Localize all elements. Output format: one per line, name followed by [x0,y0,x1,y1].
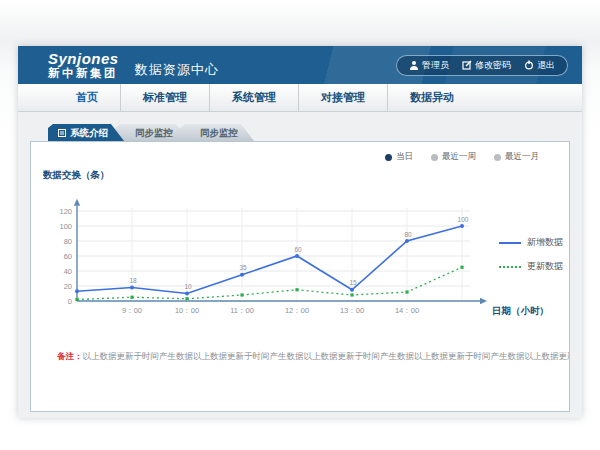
svg-text:18: 18 [129,277,137,284]
user-menu: 管理员 修改密码 退出 [396,55,568,76]
radio-dot-icon [494,154,501,161]
nav-item-interface-mgmt[interactable]: 对接管理 [298,84,387,111]
nav-item-system-mgmt[interactable]: 系统管理 [209,84,298,111]
filter-label: 当日 [396,151,413,163]
svg-text:9：00: 9：00 [122,306,142,315]
svg-text:35: 35 [239,264,247,271]
legend-label: 新增数据 [527,236,563,249]
legend-label: 更新数据 [527,260,563,273]
tab-sync-monitor-2[interactable]: 同步监控 [180,124,254,141]
radio-dot-icon [385,154,392,161]
legend-item-new-data[interactable]: 新增数据 [499,236,563,249]
chart-panel: 当日 最近一周 最近一月 0204060801001209：0010：0011：… [30,141,570,412]
power-icon [524,60,534,70]
svg-text:20: 20 [64,282,72,291]
svg-text:120: 120 [59,207,72,216]
nav-item-standard-mgmt[interactable]: 标准管理 [120,84,209,111]
filter-today[interactable]: 当日 [385,151,413,163]
exchange-line-chart: 0204060801001209：0010：0011：0012：0013：001… [39,165,559,337]
svg-text:60: 60 [294,246,302,253]
filter-last-month[interactable]: 最近一月 [494,151,539,163]
svg-text:11：00: 11：00 [230,306,254,315]
svg-text:日期（小时）: 日期（小时） [492,305,549,317]
nav-item-data-change[interactable]: 数据异动 [387,84,476,111]
document-icon [58,129,66,137]
svg-text:13：00: 13：00 [340,306,364,315]
change-password-label: 修改密码 [475,59,511,72]
svg-text:14：00: 14：00 [395,306,419,315]
svg-text:40: 40 [64,267,72,276]
dotted-line-swatch-icon [499,266,521,268]
logo-text-en: Synjones [48,51,119,66]
chart-area: 0204060801001209：0010：0011：0012：0013：001… [31,165,569,341]
change-password-button[interactable]: 修改密码 [462,59,511,72]
tab-bar: 系统介绍 同步监控 同步监控 [48,124,570,141]
svg-text:60: 60 [64,252,72,261]
svg-text:数据交换（条）: 数据交换（条） [42,169,110,181]
svg-text:80: 80 [404,231,412,238]
page-title: 数据资源中心 [135,61,219,79]
current-user-button[interactable]: 管理员 [409,59,449,72]
tab-label: 系统介绍 [70,127,108,138]
chart-legend: 新增数据 更新数据 [499,236,563,273]
filter-label: 最近一周 [442,151,476,163]
main-nav: 首页 标准管理 系统管理 对接管理 数据异动 [18,84,582,112]
time-range-filters: 当日 最近一周 最近一月 [31,142,569,163]
content-area: 系统介绍 同步监控 同步监控 当日 最近一周 [18,112,582,418]
logo-text-cn: 新中新集团 [48,68,119,80]
company-logo: Synjones 新中新集团 [48,51,119,80]
filter-last-week[interactable]: 最近一周 [431,151,476,163]
app-header: Synjones 新中新集团 数据资源中心 管理员 修改密码 退出 [18,46,582,84]
footnote-text: 以上数据更新于时间产生数据以上数据更新于时间产生数据以上数据更新于时间产生数据以… [83,351,570,361]
tab-sync-monitor-1[interactable]: 同步监控 [115,124,189,141]
tab-system-intro[interactable]: 系统介绍 [48,124,124,141]
footnote: 备注：以上数据更新于时间产生数据以上数据更新于时间产生数据以上数据更新于时间产生… [31,351,569,363]
current-user-label: 管理员 [422,59,449,72]
tab-label: 同步监控 [135,127,173,138]
tab-label: 同步监控 [200,127,238,138]
svg-text:80: 80 [64,237,72,246]
svg-text:100: 100 [59,222,72,231]
app-window: Synjones 新中新集团 数据资源中心 管理员 修改密码 退出 [18,46,582,418]
logout-label: 退出 [537,59,555,72]
legend-item-update-data[interactable]: 更新数据 [499,260,563,273]
edit-icon [462,60,472,70]
svg-text:12：00: 12：00 [285,306,309,315]
logout-button[interactable]: 退出 [524,59,555,72]
svg-text:10：00: 10：00 [175,306,199,315]
filter-label: 最近一月 [505,151,539,163]
nav-item-home[interactable]: 首页 [54,84,120,111]
footnote-label: 备注： [57,351,83,361]
svg-text:10: 10 [184,283,192,290]
svg-text:100: 100 [458,216,469,223]
radio-dot-icon [431,154,438,161]
svg-text:0: 0 [68,297,72,306]
line-swatch-icon [499,242,521,244]
svg-text:15: 15 [349,279,357,286]
user-icon [409,60,419,70]
